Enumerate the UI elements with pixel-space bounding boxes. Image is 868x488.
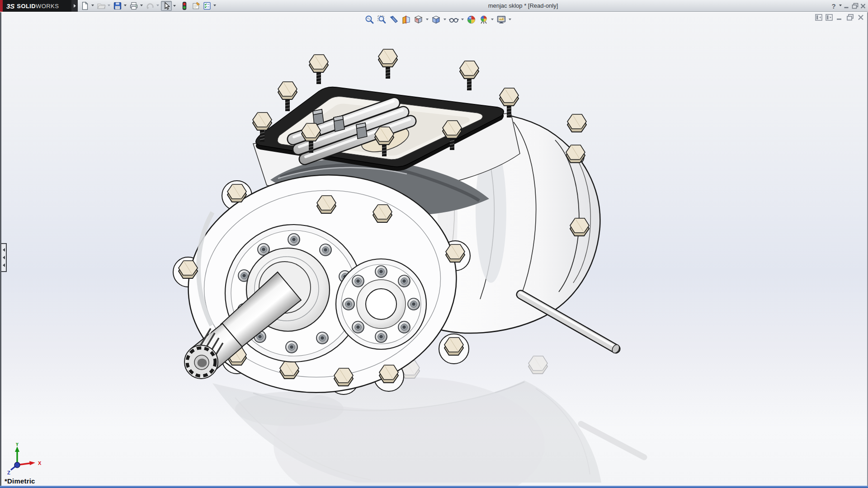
section-view-button[interactable] bbox=[401, 14, 411, 25]
zoom-to-area-button[interactable] bbox=[377, 14, 387, 25]
minimize-document-button[interactable] bbox=[836, 14, 843, 21]
undo-dropdown-caret[interactable] bbox=[156, 5, 159, 6]
print-button[interactable] bbox=[128, 1, 139, 11]
print-dropdown-caret[interactable] bbox=[140, 5, 143, 6]
undo-button[interactable] bbox=[145, 1, 156, 11]
minimize-icon bbox=[844, 3, 849, 9]
bottom-window-edge bbox=[0, 486, 868, 488]
display-style-caret[interactable] bbox=[443, 19, 446, 20]
ds-logo-glyph: 3S bbox=[6, 2, 14, 10]
minimize-window-button[interactable] bbox=[843, 1, 850, 10]
logo-text-solid: SOLID bbox=[17, 3, 36, 9]
restore-icon bbox=[852, 3, 859, 9]
expand-left-arrow-icon bbox=[3, 263, 5, 267]
open-document-button[interactable] bbox=[96, 1, 107, 11]
apply-scene-button[interactable] bbox=[478, 14, 489, 25]
view-settings-monitor-icon bbox=[496, 15, 506, 24]
previous-view-icon bbox=[389, 15, 399, 24]
view-orientation-caret[interactable] bbox=[426, 19, 429, 20]
select-tool-button[interactable] bbox=[161, 1, 172, 11]
solidworks-window: 3S SOLIDWORKS bbox=[0, 0, 868, 488]
close-window-button[interactable] bbox=[859, 1, 867, 10]
triad-x-label: X bbox=[38, 460, 42, 466]
help-icon: ? bbox=[831, 2, 835, 10]
apply-scene-caret[interactable] bbox=[491, 19, 494, 20]
display-style-icon bbox=[431, 15, 441, 24]
print-icon bbox=[129, 1, 138, 10]
select-dropdown-caret bbox=[173, 5, 176, 7]
eyeglasses-icon bbox=[449, 15, 459, 24]
document-title: menjac sklop * [Read-only] bbox=[488, 2, 558, 9]
view-orientation-label: *Dimetric bbox=[5, 477, 35, 485]
comment-note-icon bbox=[192, 1, 201, 10]
close-icon bbox=[860, 3, 866, 9]
new-dropdown-caret[interactable] bbox=[91, 5, 94, 6]
open-folder-icon bbox=[97, 1, 106, 10]
close-document-button[interactable] bbox=[857, 14, 864, 21]
expand-left-arrow-icon bbox=[3, 248, 5, 252]
right-bearing-flange[interactable] bbox=[336, 259, 426, 349]
zoom-to-fit-icon bbox=[365, 15, 374, 24]
save-button[interactable] bbox=[112, 1, 123, 11]
model-3d-view[interactable] bbox=[0, 0, 868, 488]
undo-icon bbox=[146, 1, 155, 10]
logo-text-works: WORKS bbox=[36, 3, 59, 9]
appearance-ball-icon bbox=[467, 15, 476, 24]
comment-note-button[interactable] bbox=[191, 1, 202, 11]
select-cursor-icon bbox=[162, 1, 171, 10]
menu-flyout-arrow[interactable] bbox=[71, 0, 78, 12]
triad-z-label: Z bbox=[7, 470, 10, 475]
document-window-controls bbox=[815, 14, 864, 21]
triad-y-label: Y bbox=[15, 443, 19, 447]
restore-window-button[interactable] bbox=[851, 1, 859, 10]
stoplight-icon bbox=[180, 1, 189, 10]
save-floppy-icon bbox=[113, 1, 122, 10]
previous-view-button[interactable] bbox=[389, 14, 399, 25]
output-shaft[interactable] bbox=[520, 292, 621, 354]
options-checklist-icon bbox=[203, 1, 212, 10]
edit-appearance-button[interactable] bbox=[466, 14, 476, 25]
options-dropdown-caret[interactable] bbox=[213, 5, 216, 6]
zoom-to-fit-button[interactable] bbox=[364, 14, 375, 25]
new-document-icon bbox=[80, 1, 90, 10]
expand-left-arrow-icon bbox=[3, 256, 5, 259]
collapse-pane-right-button[interactable] bbox=[826, 14, 833, 21]
stoplight-button[interactable] bbox=[179, 1, 190, 11]
orientation-triad: Y X Z bbox=[4, 443, 45, 476]
zoom-to-area-icon bbox=[377, 15, 387, 24]
view-settings-button[interactable] bbox=[496, 14, 506, 25]
open-dropdown-caret[interactable] bbox=[108, 5, 110, 6]
feature-tree-collapsed-tab[interactable] bbox=[1, 243, 7, 272]
apply-scene-icon bbox=[479, 15, 489, 24]
restore-document-button[interactable] bbox=[846, 14, 854, 21]
hide-show-items-caret[interactable] bbox=[461, 19, 464, 20]
help-button[interactable]: ? bbox=[830, 1, 837, 10]
solidworks-logo: 3S SOLIDWORKS bbox=[3, 0, 71, 12]
new-document-button[interactable] bbox=[80, 1, 90, 11]
headsup-view-toolbar bbox=[364, 14, 512, 25]
view-settings-caret[interactable] bbox=[509, 19, 511, 20]
collapse-pane-left-button[interactable] bbox=[815, 14, 822, 21]
display-style-button[interactable] bbox=[431, 14, 441, 25]
view-orientation-button[interactable] bbox=[413, 14, 424, 25]
save-dropdown-caret[interactable] bbox=[124, 5, 127, 6]
hide-show-items-button[interactable] bbox=[448, 14, 459, 25]
select-dropdown-button[interactable] bbox=[172, 1, 177, 11]
section-view-icon bbox=[401, 15, 411, 24]
title-bar: 3S SOLIDWORKS bbox=[0, 0, 868, 12]
help-dropdown-caret[interactable] bbox=[839, 5, 842, 6]
options-button[interactable] bbox=[202, 1, 212, 11]
view-orientation-icon bbox=[414, 15, 423, 24]
